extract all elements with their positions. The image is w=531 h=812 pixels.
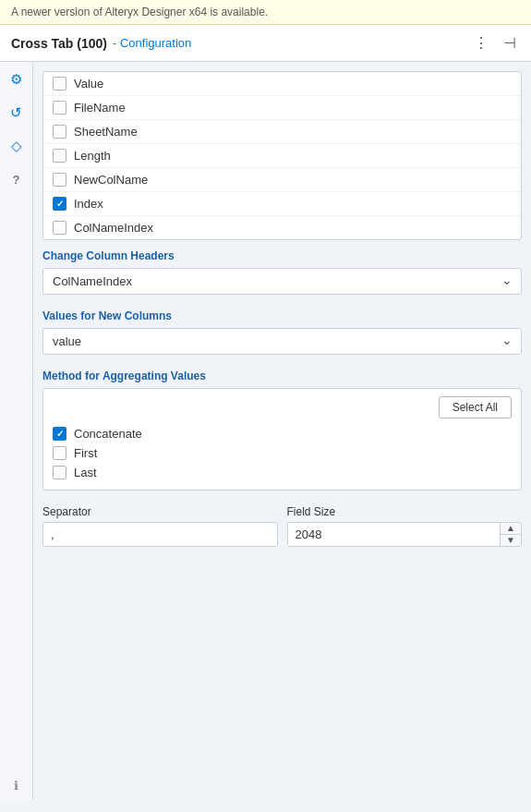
- aggregating-section: Method for Aggregating Values Select All…: [33, 360, 531, 496]
- field-size-label: Field Size: [287, 505, 523, 518]
- change-column-headers-dropdown-wrapper: ColNameIndexValueFileNameSheetName: [42, 268, 522, 295]
- field-size-group: Field Size ▲ ▼: [287, 505, 523, 547]
- banner-text: A newer version of Alteryx Designer x64 …: [11, 6, 268, 18]
- separator-fieldsize-row: Separator Field Size ▲ ▼: [33, 496, 531, 556]
- values-for-new-columns-dropdown-wrapper: valueFileNameSheetNameLength: [42, 328, 522, 355]
- field-item-length: Length: [43, 144, 521, 168]
- values-for-new-columns-section: Values for New Columns valueFileNameShee…: [33, 300, 531, 360]
- field-label-newcolname: NewColName: [74, 173, 148, 187]
- field-item-filename: FileName: [43, 96, 521, 120]
- main-layout: ⚙ ↺ ◇ ? ℹ ValueFileNameSheetNameLengthNe…: [0, 62, 531, 800]
- field-label-colnameindex: ColNameIndex: [74, 221, 153, 235]
- content-area: ValueFileNameSheetNameLengthNewColNameIn…: [33, 62, 531, 800]
- field-item-sheetname: SheetName: [43, 120, 521, 144]
- field-label-value: Value: [74, 77, 103, 91]
- fields-section: ValueFileNameSheetNameLengthNewColNameIn…: [42, 71, 522, 240]
- checkbox-newcolname[interactable]: [53, 173, 66, 187]
- values-for-new-columns-dropdown[interactable]: valueFileNameSheetNameLength: [42, 328, 522, 355]
- change-column-headers-section: Change Column Headers ColNameIndexValueF…: [33, 240, 531, 300]
- agg-item-first: First: [53, 443, 512, 463]
- field-label-filename: FileName: [74, 101, 126, 115]
- field-item-value: Value: [43, 72, 521, 96]
- more-options-button[interactable]: ⋮: [470, 32, 492, 54]
- agg-item-concatenate: Concatenate: [53, 424, 512, 443]
- checkbox-colnameindex[interactable]: [53, 221, 66, 235]
- field-size-spinner: ▲ ▼: [287, 522, 523, 547]
- checkbox-sheetname[interactable]: [53, 125, 66, 139]
- sidebar-info-icon[interactable]: ℹ: [6, 780, 27, 800]
- values-for-new-columns-label: Values for New Columns: [42, 309, 522, 322]
- agg-label-concatenate: Concatenate: [74, 427, 142, 441]
- sidebar-tag-icon[interactable]: ◇: [6, 136, 27, 156]
- sidebar-help-icon[interactable]: ?: [6, 169, 27, 189]
- header-title: Cross Tab (100) - Configuration: [11, 36, 191, 51]
- sidebar-refresh-icon[interactable]: ↺: [6, 103, 27, 123]
- separator-group: Separator: [42, 505, 278, 547]
- config-label: - Configuration: [113, 36, 191, 50]
- field-item-newcolname: NewColName: [43, 168, 521, 192]
- aggregating-box: Select All ConcatenateFirstLast: [42, 388, 522, 491]
- field-label-sheetname: SheetName: [74, 125, 138, 139]
- aggregating-label: Method for Aggregating Values: [42, 370, 522, 382]
- select-all-button[interactable]: Select All: [439, 396, 512, 418]
- agg-label-first: First: [74, 446, 97, 460]
- spinner-buttons: ▲ ▼: [500, 523, 521, 546]
- checkbox-filename[interactable]: [53, 101, 66, 115]
- change-column-headers-label: Change Column Headers: [42, 249, 522, 262]
- header-actions: ⋮ ⊣: [470, 32, 520, 54]
- header-bar: Cross Tab (100) - Configuration ⋮ ⊣: [0, 25, 531, 62]
- select-all-row: Select All: [53, 396, 512, 418]
- agg-item-last: Last: [53, 463, 512, 482]
- agg-checkbox-last[interactable]: [53, 466, 66, 479]
- field-item-index: Index: [43, 192, 521, 216]
- agg-checkbox-first[interactable]: [53, 446, 66, 460]
- checkbox-value[interactable]: [53, 77, 66, 91]
- update-banner: A newer version of Alteryx Designer x64 …: [0, 0, 531, 25]
- separator-input[interactable]: [42, 522, 278, 547]
- sidebar-settings-icon[interactable]: ⚙: [6, 69, 27, 90]
- pin-button[interactable]: ⊣: [500, 32, 520, 54]
- sidebar: ⚙ ↺ ◇ ? ℹ: [0, 62, 33, 800]
- spinner-up-button[interactable]: ▲: [501, 523, 521, 535]
- agg-label-last: Last: [74, 466, 97, 479]
- field-size-input[interactable]: [288, 523, 501, 546]
- separator-label: Separator: [42, 505, 278, 518]
- tool-name: Cross Tab (100): [11, 36, 107, 51]
- spinner-down-button[interactable]: ▼: [501, 535, 521, 546]
- field-item-colnameindex: ColNameIndex: [43, 216, 521, 239]
- aggregating-items-list: ConcatenateFirstLast: [53, 424, 512, 482]
- field-label-length: Length: [74, 149, 111, 163]
- agg-checkbox-concatenate[interactable]: [53, 427, 66, 441]
- checkbox-index[interactable]: [53, 197, 66, 211]
- checkbox-length[interactable]: [53, 149, 66, 163]
- change-column-headers-dropdown[interactable]: ColNameIndexValueFileNameSheetName: [42, 268, 522, 295]
- field-label-index: Index: [74, 197, 103, 211]
